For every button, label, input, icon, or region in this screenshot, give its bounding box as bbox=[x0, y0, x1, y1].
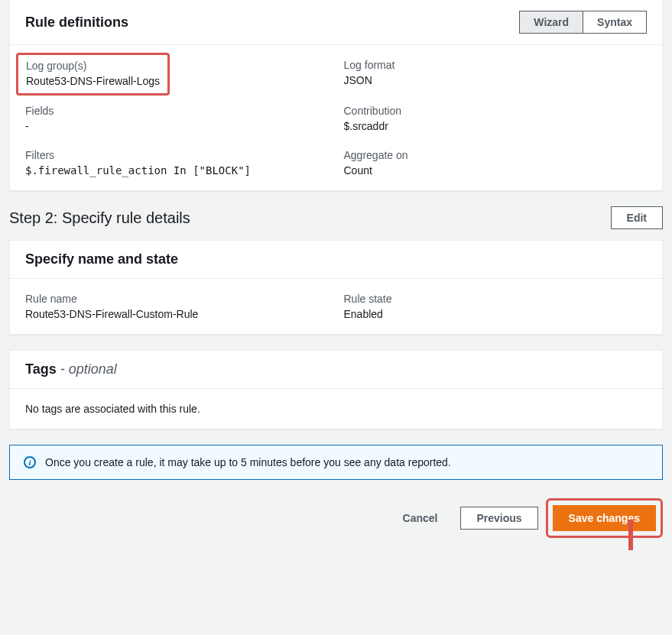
log-format-label: Log format bbox=[344, 59, 648, 71]
fields-label: Fields bbox=[25, 105, 329, 117]
info-icon: i bbox=[24, 456, 36, 468]
contribution-value: $.srcaddr bbox=[344, 120, 648, 132]
tags-title-row: Tags - optional bbox=[25, 361, 117, 377]
aggregate-label: Aggregate on bbox=[344, 149, 648, 161]
tags-body: No tags are associated with this rule. bbox=[10, 389, 662, 429]
info-banner: i Once you create a rule, it may take up… bbox=[9, 445, 663, 480]
filters-label: Filters bbox=[25, 149, 329, 161]
fields-field: Fields - bbox=[25, 105, 329, 132]
aggregate-value: Count bbox=[344, 164, 648, 177]
tags-dash: - bbox=[57, 361, 69, 377]
specify-name-state-body: Rule name Route53-DNS-Firewall-Custom-Ru… bbox=[10, 279, 662, 334]
rule-state-value: Enabled bbox=[344, 308, 648, 320]
rule-name-label: Rule name bbox=[25, 293, 329, 305]
specify-name-state-header: Specify name and state bbox=[10, 241, 662, 279]
save-changes-button[interactable]: Save changes bbox=[553, 505, 656, 531]
tags-optional: optional bbox=[69, 361, 117, 377]
log-groups-field: Log group(s) Route53-DNS-Firewall-Logs bbox=[25, 59, 329, 88]
save-highlight: Save changes bbox=[546, 498, 663, 538]
rule-name-value: Route53-DNS-Firewall-Custom-Rule bbox=[25, 308, 329, 320]
tags-header: Tags - optional bbox=[10, 351, 662, 389]
rule-state-field: Rule state Enabled bbox=[344, 293, 648, 320]
filters-field: Filters $.firewall_rule_action In ["BLOC… bbox=[25, 149, 329, 177]
syntax-toggle-button[interactable]: Syntax bbox=[583, 11, 647, 34]
step2-header: Step 2: Specify rule details Edit bbox=[9, 206, 663, 229]
cancel-button[interactable]: Cancel bbox=[388, 507, 453, 529]
specify-name-state-panel: Specify name and state Rule name Route53… bbox=[9, 240, 663, 335]
info-text: Once you create a rule, it may take up t… bbox=[45, 456, 451, 468]
tags-empty-text: No tags are associated with this rule. bbox=[25, 403, 647, 415]
specify-name-state-title: Specify name and state bbox=[25, 251, 178, 267]
contribution-label: Contribution bbox=[344, 105, 648, 117]
log-groups-value: Route53-DNS-Firewall-Logs bbox=[26, 75, 160, 87]
log-groups-label: Log group(s) bbox=[26, 60, 160, 72]
previous-button[interactable]: Previous bbox=[460, 507, 537, 530]
rule-name-field: Rule name Route53-DNS-Firewall-Custom-Ru… bbox=[25, 293, 329, 320]
rule-state-label: Rule state bbox=[344, 293, 648, 305]
rule-definitions-header: Rule definitions Wizard Syntax bbox=[10, 0, 662, 45]
edit-button[interactable]: Edit bbox=[611, 206, 663, 229]
rule-definitions-panel: Rule definitions Wizard Syntax Log group… bbox=[9, 0, 663, 191]
footer-actions: Cancel Previous Save changes bbox=[9, 498, 663, 538]
rule-definitions-title: Rule definitions bbox=[25, 15, 128, 31]
log-groups-highlight: Log group(s) Route53-DNS-Firewall-Logs bbox=[16, 53, 170, 96]
rule-definitions-body: Log group(s) Route53-DNS-Firewall-Logs L… bbox=[10, 45, 662, 190]
contribution-field: Contribution $.srcaddr bbox=[344, 105, 648, 132]
filters-value: $.firewall_rule_action In ["BLOCK"] bbox=[25, 164, 329, 177]
wizard-toggle-button[interactable]: Wizard bbox=[519, 11, 583, 34]
log-format-value: JSON bbox=[344, 74, 648, 86]
fields-value: - bbox=[25, 120, 329, 132]
tags-panel: Tags - optional No tags are associated w… bbox=[9, 350, 663, 429]
log-format-field: Log format JSON bbox=[344, 59, 648, 88]
definition-mode-toggle: Wizard Syntax bbox=[519, 11, 647, 34]
tags-title: Tags bbox=[25, 361, 57, 377]
aggregate-field: Aggregate on Count bbox=[344, 149, 648, 177]
step2-heading: Step 2: Specify rule details bbox=[9, 209, 190, 227]
